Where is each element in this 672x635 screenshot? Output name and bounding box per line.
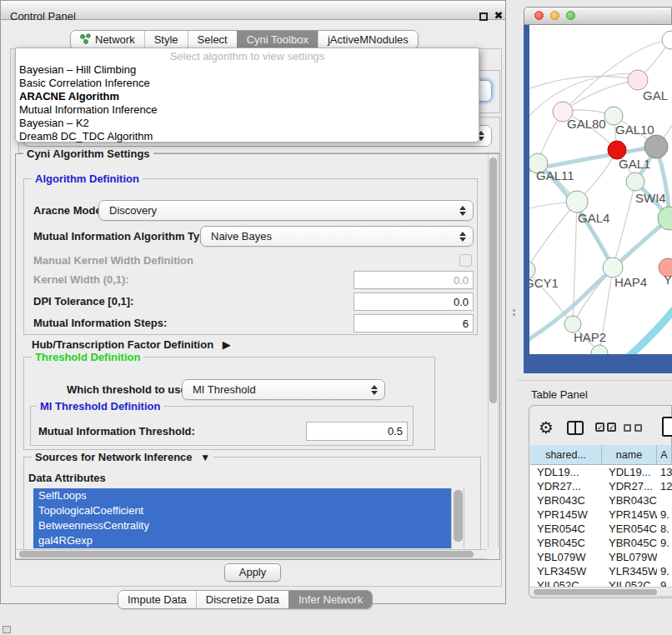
table-row[interactable]: YER054CYER054C8. bbox=[530, 522, 672, 536]
table-cell: 9 bbox=[657, 578, 672, 587]
dpi-tolerance-label: DPI Tolerance [0,1]: bbox=[33, 292, 133, 311]
table-cell: YPR145W bbox=[602, 508, 657, 522]
kernel-width-field[interactable] bbox=[354, 271, 474, 289]
apply-button[interactable]: Apply bbox=[224, 563, 281, 582]
mi-steps-field[interactable] bbox=[354, 314, 474, 332]
algorithm-popup-list: Bayesian – Hill ClimbingBasic Correlatio… bbox=[16, 63, 479, 143]
table-row[interactable]: YLR345WYLR345W9. bbox=[530, 564, 672, 578]
column-browser-icon[interactable] bbox=[567, 421, 584, 435]
aracne-mode-combo[interactable]: Discovery bbox=[98, 200, 474, 221]
zoom-traffic-light-icon[interactable] bbox=[566, 11, 575, 20]
network-node-gal-partial[interactable] bbox=[628, 70, 648, 90]
close-icon[interactable]: ✖ bbox=[493, 9, 504, 22]
algorithm-popup-prompt: Select algorithm to view settings bbox=[16, 50, 479, 62]
table-cell: YIL052C bbox=[530, 578, 602, 587]
algorithm-option[interactable]: Bayesian – K2 bbox=[16, 117, 479, 130]
tab-jactivemnodules[interactable]: jActiveMNodules bbox=[318, 31, 418, 48]
table-row[interactable]: YIL052CYIL052C9 bbox=[530, 578, 672, 587]
algorithm-option[interactable]: Dream8 DC_TDC Algorithm bbox=[16, 130, 479, 143]
panel-splitter[interactable] bbox=[513, 309, 515, 312]
column-header-name[interactable]: name bbox=[602, 445, 657, 464]
new-column-document-icon[interactable] bbox=[662, 417, 672, 437]
minimize-traffic-light-icon[interactable] bbox=[550, 11, 559, 20]
table-cell: YBR043C bbox=[602, 493, 657, 508]
table-header: shared... name A bbox=[530, 445, 672, 465]
data-attribute-item[interactable]: SelfLoops bbox=[33, 488, 451, 503]
mi-type-combo[interactable]: Naive Bayes bbox=[200, 226, 474, 247]
control-panel-titlebar[interactable] bbox=[0, 0, 506, 20]
tab-label: Style bbox=[154, 33, 178, 46]
table-cell bbox=[657, 493, 672, 508]
scrollbar-thumb[interactable] bbox=[454, 490, 463, 542]
algorithm-option[interactable]: Mutual Information Inference bbox=[16, 103, 479, 117]
column-header-partial[interactable]: A bbox=[657, 445, 672, 464]
which-threshold-combo[interactable]: MI Threshold bbox=[182, 379, 385, 400]
table-row[interactable]: YPR145WYPR145W9. bbox=[530, 508, 672, 522]
hub-definition-label: Hub/Transcription Factor Definition bbox=[32, 338, 213, 351]
table-cell bbox=[657, 550, 672, 564]
manual-kernel-checkbox[interactable] bbox=[459, 254, 472, 267]
table-cell: YDR27... bbox=[530, 479, 602, 493]
node-label: GAL1 bbox=[619, 157, 650, 171]
tab-network[interactable]: Network bbox=[71, 31, 144, 48]
network-node-gal4[interactable] bbox=[566, 191, 588, 212]
gear-icon[interactable]: ⚙ bbox=[539, 418, 554, 437]
data-attribute-item[interactable]: gal4RGexp bbox=[33, 533, 451, 548]
table-cell: YER054C bbox=[530, 522, 602, 536]
scrollbar-thumb[interactable] bbox=[19, 551, 474, 558]
network-node-gray[interactable] bbox=[644, 135, 668, 158]
attributes-list-scrollbar[interactable] bbox=[451, 488, 464, 548]
data-attribute-item[interactable]: BetweennessCentrality bbox=[33, 518, 451, 533]
table-row[interactable]: YDR27...YDR27...12 bbox=[530, 479, 672, 493]
close-traffic-light-icon[interactable] bbox=[534, 11, 544, 20]
network-node-partial-top[interactable] bbox=[662, 31, 672, 49]
node-label: GAL11 bbox=[536, 168, 574, 182]
table-row[interactable]: YBR045CYBR045C9. bbox=[530, 536, 672, 550]
deselect-all-icon[interactable] bbox=[624, 424, 631, 432]
table-cell: YBR043C bbox=[530, 493, 602, 508]
mi-threshold-field[interactable] bbox=[306, 422, 408, 441]
tab-discretize-data[interactable]: Discretize Data bbox=[196, 591, 288, 608]
algorithm-definition-title: Algorithm Definition bbox=[32, 172, 143, 185]
tab-impute-data[interactable]: Impute Data bbox=[118, 591, 196, 608]
node-label: HAP4 bbox=[614, 275, 647, 289]
tab-infer-network[interactable]: Infer Network bbox=[288, 591, 372, 608]
data-attribute-item[interactable]: TopologicalCoefficient bbox=[33, 503, 451, 518]
select-all-checked-icon[interactable]: ✓ bbox=[607, 422, 616, 432]
table-row[interactable]: YDL19...YDL19...13 bbox=[530, 465, 672, 479]
table-panel-separator bbox=[517, 380, 672, 381]
settings-horizontal-scrollbar[interactable] bbox=[16, 549, 487, 559]
network-canvas[interactable]: GAL GAL80 GAL10 GAL1 GAL11 SWI4 GAL4 GCY… bbox=[529, 25, 672, 354]
cyni-settings-title: Cyni Algorithm Settings bbox=[23, 148, 153, 160]
select-all-checked-icon[interactable]: ✓ bbox=[595, 422, 604, 432]
table-body: YDL19...YDL19...13YDR27...YDR27...12YBR0… bbox=[530, 465, 672, 587]
algorithm-option[interactable]: ARACNE Algorithm bbox=[16, 90, 479, 103]
table-cell: 12 bbox=[657, 479, 672, 493]
table-horizontal-scrollbar[interactable] bbox=[530, 587, 672, 597]
algorithm-option[interactable]: Bayesian – Hill Climbing bbox=[16, 63, 479, 77]
control-panel-tabs: Network Style Select Cyni Toolbox jActiv… bbox=[70, 30, 419, 49]
settings-vertical-scrollbar[interactable] bbox=[488, 155, 499, 548]
float-window-icon[interactable] bbox=[479, 12, 488, 21]
node-label: SWI4 bbox=[635, 191, 666, 205]
network-node-swi4[interactable] bbox=[626, 172, 644, 191]
column-header-shared-name[interactable]: shared... bbox=[530, 445, 602, 464]
table-row[interactable]: YBL079WYBL079W bbox=[530, 550, 672, 564]
algorithm-option[interactable]: Basic Correlation Inference bbox=[16, 77, 479, 90]
tab-style[interactable]: Style bbox=[144, 31, 188, 48]
tab-cyni-toolbox[interactable]: Cyni Toolbox bbox=[237, 31, 318, 48]
deselect-all-icon[interactable] bbox=[634, 424, 642, 432]
control-panel-title: Control Panel bbox=[10, 10, 76, 23]
network-window-titlebar[interactable] bbox=[524, 7, 672, 25]
scrollbar-thumb[interactable] bbox=[534, 589, 657, 595]
table-row[interactable]: YBR043CYBR043C bbox=[530, 493, 672, 508]
sources-group-header[interactable]: Sources for Network Inference ▼ bbox=[32, 451, 213, 463]
combo-arrows-icon bbox=[459, 206, 465, 216]
dpi-tolerance-field[interactable] bbox=[354, 292, 474, 311]
table-cell: 8. bbox=[657, 522, 672, 536]
tab-select[interactable]: Select bbox=[188, 31, 237, 48]
table-cell: YLR345W bbox=[602, 564, 657, 578]
table-cell: 13 bbox=[657, 465, 672, 479]
scrollbar-thumb[interactable] bbox=[489, 158, 497, 403]
dock-panel-icon[interactable] bbox=[3, 626, 11, 633]
